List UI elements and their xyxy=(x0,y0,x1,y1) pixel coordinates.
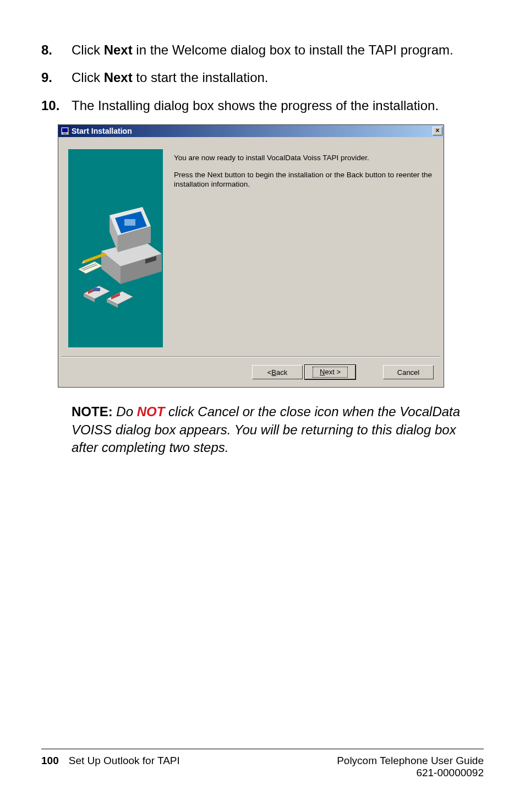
cancel-button-label: Cancel xyxy=(397,368,419,377)
dialog-line-2: Press the Next button to begin the insta… xyxy=(174,171,434,189)
dialog-button-row: < Back Next > Cancel xyxy=(252,365,434,379)
guide-title: Polycom Telephone User Guide xyxy=(337,755,484,767)
next-button[interactable]: Next > xyxy=(305,365,356,379)
svg-rect-12 xyxy=(124,219,135,226)
close-icon[interactable]: × xyxy=(433,127,442,135)
note-block: NOTE: Do NOT click Cancel or the close i… xyxy=(72,403,484,456)
titlebar: Start Installation × xyxy=(58,125,444,137)
next-button-mnemonic: N xyxy=(320,368,325,376)
step-body: The Installing dialog box shows the prog… xyxy=(72,97,484,115)
step-text-prefix: Click xyxy=(72,42,104,57)
back-button-rest: ack xyxy=(276,368,287,377)
step-number: 9. xyxy=(41,69,72,86)
step-text-bold: Next xyxy=(104,70,133,85)
step-number: 8. xyxy=(41,41,72,59)
step-text-bold: Next xyxy=(104,42,133,57)
dialog-screenshot: Start Installation × xyxy=(58,124,484,388)
wizard-sidebar-image xyxy=(68,149,163,347)
step-text-suffix: in the Welcome dialog box to install the… xyxy=(133,42,453,57)
dialog-body: You are now ready to install VocalData V… xyxy=(58,137,444,387)
dialog-line-1: You are now ready to install VocalData V… xyxy=(174,154,434,163)
step-body: Click Next in the Welcome dialog box to … xyxy=(72,41,484,59)
step-10: 10. The Installing dialog box shows the … xyxy=(41,97,484,115)
page-footer: 100 Set Up Outlook for TAPI Polycom Tele… xyxy=(41,749,484,779)
note-label: NOTE: xyxy=(72,404,116,419)
note-not: NOT xyxy=(137,404,165,419)
note-do: Do xyxy=(116,404,136,419)
svg-rect-1 xyxy=(62,128,68,132)
back-button-prefix: < xyxy=(267,368,272,377)
step-text-suffix: to start the installation. xyxy=(133,70,269,85)
installer-icon xyxy=(61,127,69,135)
start-installation-dialog: Start Installation × xyxy=(58,124,444,388)
step-8: 8. Click Next in the Welcome dialog box … xyxy=(41,41,484,59)
step-text-prefix: The Installing dialog box shows the prog… xyxy=(72,98,439,113)
svg-rect-16 xyxy=(94,288,100,291)
document-number: 621-00000092 xyxy=(337,767,484,779)
dialog-title: Start Installation xyxy=(72,127,433,135)
step-number: 10. xyxy=(41,97,72,115)
dialog-separator xyxy=(62,356,440,357)
step-body: Click Next to start the installation. xyxy=(72,69,484,86)
dialog-body-text: You are now ready to install VocalData V… xyxy=(174,154,434,197)
svg-rect-2 xyxy=(63,133,67,134)
cancel-button[interactable]: Cancel xyxy=(383,365,434,379)
back-button[interactable]: < Back xyxy=(252,365,303,379)
page-number: 100 xyxy=(41,755,59,779)
step-text-prefix: Click xyxy=(72,70,104,85)
next-button-rest: ext > xyxy=(325,368,341,376)
section-title: Set Up Outlook for TAPI xyxy=(69,755,180,779)
back-button-mnemonic: B xyxy=(271,368,276,377)
step-9: 9. Click Next to start the installation. xyxy=(41,69,484,86)
